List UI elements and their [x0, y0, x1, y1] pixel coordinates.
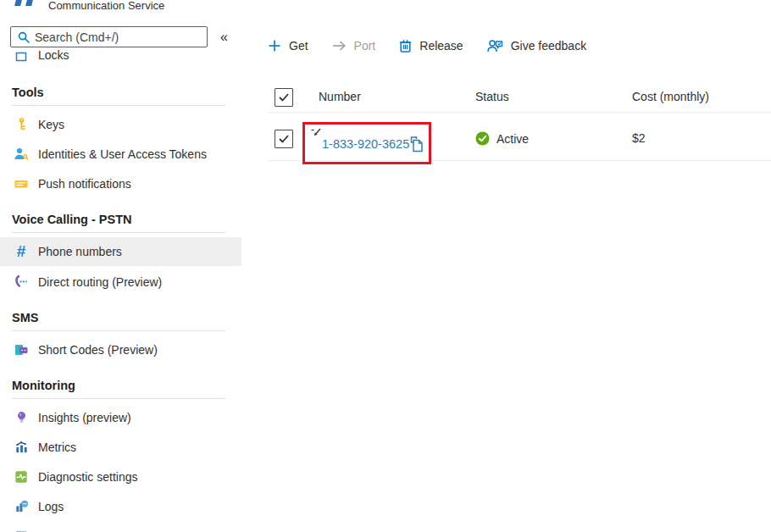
diagnostic-settings-icon — [14, 469, 29, 485]
sidebar-item-label: Identities & User Access Tokens — [38, 147, 207, 161]
table-row[interactable]: 1-833-920-3625 Active $2 — [268, 113, 771, 161]
sidebar-item-identities[interactable]: Identities & User Access Tokens — [0, 139, 241, 169]
arrow-right-icon — [332, 40, 347, 52]
release-button[interactable]: Release — [399, 39, 463, 53]
sidebar: Communication Service « Locks Tools Keys — [0, 0, 241, 532]
sidebar-item-direct-routing[interactable]: Direct routing (Preview) — [0, 267, 241, 296]
sidebar-item-label: Keys — [38, 118, 64, 131]
sidebar-item-push-notifications[interactable]: Push notifications — [0, 169, 241, 198]
sidebar-item-locks[interactable]: Locks — [0, 45, 241, 65]
command-bar: Get Port Release Give feedback — [268, 34, 586, 58]
service-logo-icon — [15, 0, 37, 7]
get-button[interactable]: Get — [268, 39, 308, 53]
sidebar-item-insights[interactable]: Insights (preview) — [0, 402, 241, 432]
sidebar-item-label: Insights (preview) — [38, 411, 131, 424]
collapse-sidebar-icon[interactable]: « — [217, 28, 231, 47]
metrics-icon — [14, 440, 29, 455]
section-header-tools: Tools — [12, 86, 44, 99]
status-cell: Active — [475, 131, 529, 146]
copy-icon[interactable] — [408, 136, 424, 153]
push-notifications-icon — [14, 176, 29, 191]
table-header-row: Number Status Cost (monthly) — [268, 83, 771, 113]
get-button-label: Get — [289, 39, 308, 53]
workbook-icon — [14, 529, 29, 532]
insights-icon — [14, 410, 29, 425]
port-button[interactable]: Port — [332, 39, 376, 53]
highlight-annotation-box: 1-833-920-3625 — [302, 122, 431, 164]
divider — [12, 398, 225, 399]
section-header-monitoring: Monitoring — [12, 379, 75, 392]
sidebar-item-label: Locks — [38, 48, 69, 62]
divider — [12, 330, 225, 331]
select-all-checkbox[interactable] — [275, 88, 293, 107]
sidebar-item-label: Push notifications — [38, 177, 131, 191]
sidebar-item-label: Direct routing (Preview) — [38, 275, 162, 289]
checkmark-icon — [279, 93, 289, 102]
column-header-number[interactable]: Number — [319, 90, 361, 103]
release-button-label: Release — [419, 39, 463, 53]
feedback-person-icon — [487, 39, 503, 53]
give-feedback-button[interactable]: Give feedback — [487, 39, 587, 53]
sidebar-item-logs[interactable]: Logs — [0, 491, 241, 521]
sidebar-item-label: Logs — [38, 500, 64, 513]
row-checkbox[interactable] — [275, 130, 293, 148]
port-button-label: Port — [354, 39, 376, 53]
give-feedback-label: Give feedback — [511, 39, 587, 53]
hash-icon: # — [14, 244, 29, 259]
status-badge: Active — [496, 132, 529, 146]
sidebar-item-label: Metrics — [38, 441, 76, 454]
sidebar-item-label: Short Codes (Preview) — [38, 343, 158, 357]
plus-icon — [268, 39, 281, 53]
sidebar-item-phone-numbers[interactable]: # Phone numbers — [0, 237, 241, 266]
sidebar-item-label: Diagnostic settings — [38, 470, 138, 484]
main-content: Get Port Release Give feedback Number St… — [268, 0, 771, 532]
column-header-status[interactable]: Status — [475, 90, 509, 103]
identity-user-icon — [14, 147, 29, 162]
column-header-cost[interactable]: Cost (monthly) — [632, 90, 709, 103]
sidebar-item-short-codes[interactable]: Short Codes (Preview) — [0, 335, 241, 364]
checkmark-icon — [279, 135, 289, 143]
lock-icon — [14, 47, 29, 63]
active-status-icon — [475, 131, 490, 146]
azure-portal-page: Communication Service « Locks Tools Keys — [0, 0, 771, 532]
sidebar-item-clipped[interactable] — [0, 522, 241, 532]
sidebar-item-label: Phone numbers — [38, 245, 122, 258]
search-icon — [18, 31, 30, 43]
sidebar-item-diagnostic-settings[interactable]: Diagnostic settings — [0, 462, 241, 491]
sidebar-item-keys[interactable]: Keys — [0, 109, 241, 139]
phone-number-link[interactable]: 1-833-920-3625 — [322, 137, 409, 151]
section-header-sms: SMS — [12, 311, 38, 324]
sidebar-item-metrics[interactable]: Metrics — [0, 432, 241, 462]
divider — [12, 232, 225, 233]
divider — [12, 105, 225, 106]
search-input[interactable] — [35, 30, 196, 44]
phone-routing-icon — [14, 274, 29, 290]
service-type-label: Communication Service — [48, 0, 164, 12]
short-codes-icon — [14, 342, 29, 357]
section-header-voice-calling: Voice Calling - PSTN — [12, 213, 132, 226]
cost-value: $2 — [632, 131, 646, 145]
logs-icon — [14, 499, 29, 514]
key-icon — [14, 117, 29, 132]
trash-icon — [399, 39, 412, 53]
